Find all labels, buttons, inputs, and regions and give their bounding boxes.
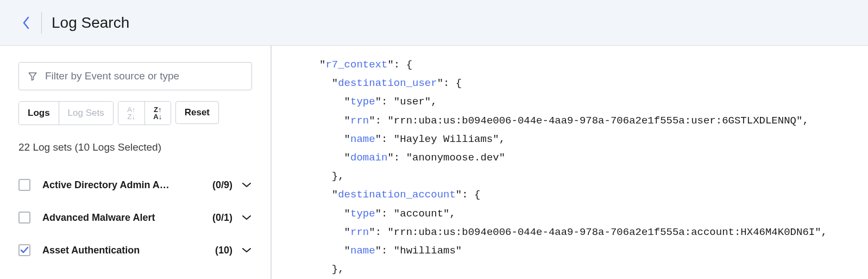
view-toggle: Logs Log Sets (18, 101, 114, 125)
logset-count: (10) (215, 245, 232, 256)
sort-asc-icon: A↑Z↓ (127, 106, 135, 120)
sort-group: A↑Z↓ Z↑A↓ (118, 101, 171, 125)
logset-count: (0/1) (212, 212, 232, 224)
checkbox-checked[interactable] (18, 244, 30, 256)
filter-icon (28, 71, 37, 81)
log-sets-tab[interactable]: Log Sets (59, 102, 113, 125)
chevron-down-icon[interactable] (232, 214, 252, 221)
logset-label: Asset Authentication (42, 245, 211, 256)
page-title: Log Search (52, 14, 129, 32)
sidebar: Logs Log Sets A↑Z↓ Z↑A↓ Reset 22 Log set… (0, 46, 272, 279)
filter-input-wrap[interactable] (18, 62, 252, 90)
log-detail-panel: "r7_context": { "destination_user": { "t… (272, 46, 868, 279)
header-divider (41, 12, 42, 34)
checkbox-unchecked[interactable] (18, 179, 30, 191)
logset-item-asset-auth[interactable]: Asset Authentication (10) (18, 234, 252, 266)
page-header: Log Search (0, 0, 868, 46)
sort-desc-icon: Z↑A↓ (153, 106, 162, 120)
logset-label: Active Directory Admin A… (42, 179, 208, 191)
logset-label: Advanced Malware Alert (42, 212, 208, 224)
sort-asc-button[interactable]: A↑Z↓ (118, 102, 144, 125)
logset-count: (0/9) (212, 179, 232, 191)
logs-tab[interactable]: Logs (19, 102, 59, 125)
logset-item-advanced-malware[interactable]: Advanced Malware Alert (0/1) (18, 201, 252, 234)
logsets-summary: 22 Log sets (10 Logs Selected) (18, 141, 252, 153)
checkbox-unchecked[interactable] (18, 212, 30, 224)
chevron-down-icon[interactable] (232, 247, 252, 253)
logset-item-active-directory[interactable]: Active Directory Admin A… (0/9) (18, 169, 252, 201)
json-viewer: "r7_context": { "destination_user": { "t… (319, 55, 857, 278)
toolbar: Logs Log Sets A↑Z↓ Z↑A↓ Reset (18, 101, 252, 125)
sort-desc-button[interactable]: Z↑A↓ (144, 102, 171, 125)
filter-input[interactable] (45, 70, 243, 82)
reset-button[interactable]: Reset (175, 101, 219, 124)
chevron-down-icon[interactable] (232, 182, 252, 188)
svg-marker-0 (29, 73, 36, 80)
back-button[interactable] (15, 12, 37, 34)
